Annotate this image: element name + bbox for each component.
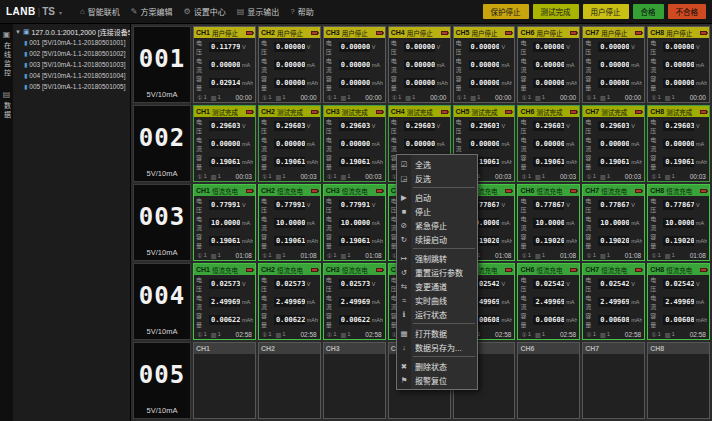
channel-card[interactable]: CH6 (517, 342, 580, 419)
channel-card[interactable]: CH8测试完成电压0.29603V电流0.00000mA容量0.19061mAh… (647, 105, 710, 182)
channel-card[interactable]: CH8用户停止电压0.00000V电流0.00000mA容量0.00000mAh… (647, 26, 710, 103)
channel-card[interactable]: CH8 (647, 342, 710, 419)
channel-card[interactable]: CH2测试完成电压0.29603V电流0.00000mA容量0.19061mAh… (258, 105, 321, 182)
realtime-curve-menu-item[interactable]: ≈实时曲线 (397, 293, 477, 307)
channel-card[interactable]: CH8恒流充电电压0.77867V电流10.0000mA容量0.19020mAh… (647, 184, 710, 261)
tree-item-device[interactable]: ▮003 [5V/10mA-1.1-20180501003] (15, 59, 128, 70)
stop-menu-item[interactable]: ■停止 (397, 204, 477, 218)
channel-card[interactable]: CH6测试完成电压0.29603V电流0.00000mA容量0.19061mAh… (517, 105, 580, 182)
channel-card[interactable]: CH7恒流充电电压0.02542V电流2.49969mA容量0.00608mAh… (582, 263, 645, 340)
channel-card[interactable]: CH1用户停止电压0.11779V电流0.00000mA容量0.02914mAh… (193, 26, 256, 103)
channel-card[interactable]: CH3测试完成电压0.29603V电流0.00000mA容量0.19061mAh… (323, 105, 386, 182)
value-unit: mAh (631, 317, 642, 323)
emergency-stop-menu-item[interactable]: ⊘紧急停止 (397, 218, 477, 232)
channel-card[interactable]: CH2 (258, 342, 321, 419)
tree-item-device[interactable]: ▮004 [5V/10mA-1.1-20180501004] (15, 70, 128, 81)
value-row: 容量0.19061mAh (326, 153, 383, 171)
channel-card[interactable]: CH6用户停止电压0.00000V电流0.00000mA容量0.00000mAh… (517, 26, 580, 103)
tree-item-device[interactable]: ▮001 [5V/10mA-1.1-20180501001] (15, 37, 128, 48)
reset-run-params-icon: ↺ (397, 268, 411, 277)
force-jump-menu-item[interactable]: ↦强制跳转 (397, 251, 477, 265)
channel-card[interactable]: CH3 (323, 342, 386, 419)
reset-run-params-menu-item[interactable]: ↺重置运行参数 (397, 265, 477, 279)
menu-item-display-output[interactable]: ▤显示输出 (237, 6, 280, 17)
channel-card[interactable]: CH3恒流充电电压0.02573V电流2.49969mA容量0.00622mAh… (323, 263, 386, 340)
resume-start-menu-item[interactable]: ↻续接启动 (397, 232, 477, 246)
channel-card[interactable]: CH2恒流充电电压0.02573V电流2.49969mA容量0.00622mAh… (258, 263, 321, 340)
value-row: 电压0.77991V (261, 196, 318, 214)
channel-card[interactable]: CH2用户停止电压0.00000V电流0.00000mA容量0.00000mAh… (258, 26, 321, 103)
device-tile[interactable]: 0025V/10mA (133, 105, 191, 182)
menu-item-settings-center[interactable]: ⚙设置中心 (183, 6, 225, 17)
device-tile[interactable]: 0055V/10mA (133, 342, 191, 419)
channel-card[interactable]: CH6恒流充电电压0.77867V电流10.0000mA容量0.19020mAh… (517, 184, 580, 261)
device-tile[interactable]: 0045V/10mA (133, 263, 191, 340)
cycle-value: 1 (203, 94, 206, 100)
alarm-reset-menu-item[interactable]: ⚑报警复位 (397, 373, 477, 387)
channel-card[interactable]: CH6恒流充电电压0.02542V电流2.49969mA容量0.00608mAh… (517, 263, 580, 340)
channel-name: CH4 (391, 29, 405, 36)
channel-card[interactable]: CH8恒流充电电压0.02542V电流2.49969mA容量0.00608mAh… (647, 263, 710, 340)
device-tile[interactable]: 0035V/10mA (133, 184, 191, 261)
run-status-menu-item[interactable]: ℹ运行状态 (397, 307, 477, 321)
menu-item-plan-edit[interactable]: ✎方案编辑 (131, 6, 173, 17)
capacity-value: 0.00000 (533, 78, 564, 88)
menu-item-help[interactable]: ?帮助 (290, 6, 313, 17)
elapsed-time: 00:03 (560, 173, 576, 180)
channel-card[interactable]: CH5用户停止电压0.00000V电流0.00000mA容量0.00000mAh… (453, 26, 516, 103)
value-row: 电压0.00000V (520, 38, 577, 56)
select-all-menu-item[interactable]: ☑全选 (397, 157, 477, 171)
value-unit: V (307, 281, 318, 287)
app-logo: LANB | TS ▾ (6, 6, 62, 17)
invert-selection-icon: ◲ (397, 174, 411, 183)
channel-name: CH2 (261, 345, 275, 352)
channel-footer: ①1▥100:00 (583, 92, 644, 102)
rail-tab-online-monitor[interactable]: ▣在线监控 (2, 30, 12, 78)
channel-footer: ①1▥100:00 (324, 92, 385, 102)
channel-card[interactable]: CH1恒流充电电压0.77991V电流10.0000mA容量0.19061mAh… (193, 184, 256, 261)
menubar: ⌂智能联机✎方案编辑⚙设置中心▤显示输出?帮助 (80, 6, 314, 17)
channel-card[interactable]: CH7用户停止电压0.00000V电流0.00000mA容量0.00000mAh… (582, 26, 645, 103)
channel-card[interactable]: CH1 (193, 342, 256, 419)
stop-icon: ■ (397, 207, 411, 216)
channel-card[interactable]: CH4用户停止电压0.00000V电流0.00000mA容量0.00000mAh… (388, 26, 451, 103)
menu-item-smart-connect[interactable]: ⌂智能联机 (80, 6, 120, 17)
tree-item-device[interactable]: ▮005 [5V/10mA-1.1-20180501005] (15, 81, 128, 92)
rail-tab-data[interactable]: ▤数据 (2, 90, 12, 120)
tree-root[interactable]: ▼ ▣ 127.0.0.1:2001,2000 [连接设备5 台] (15, 27, 128, 37)
step-icon: ▥ (665, 252, 671, 259)
data-icon: ▤ (3, 90, 11, 99)
channel-card[interactable]: CH3恒流充电电压0.77991V电流10.0000mA容量0.19061mAh… (323, 184, 386, 261)
channel-card[interactable]: CH7 (582, 342, 645, 419)
value-unit: mA (696, 299, 707, 305)
channel-values: 电压0.00000V电流0.00000mA容量0.00000mAh (518, 38, 579, 92)
invert-selection-menu-item[interactable]: ◲反选 (397, 171, 477, 185)
run-status-icon: ℹ (397, 310, 411, 319)
channel-card[interactable]: CH7恒流充电电压0.77867V电流10.0000mA容量0.19020mAh… (582, 184, 645, 261)
open-data-menu-item[interactable]: ▦打开数据 (397, 326, 477, 340)
value-label: 电压 (585, 117, 596, 135)
channel-card[interactable]: CH3用户停止电压0.00000V电流0.00000mA容量0.00000mAh… (323, 26, 386, 103)
logo-caret-icon[interactable]: ▾ (59, 9, 62, 16)
value-row: 电流0.00000mA (261, 135, 318, 153)
change-channel-menu-item[interactable]: ⇆变更通道 (397, 279, 477, 293)
cycle-value: 1 (398, 94, 401, 100)
channel-card-header: CH8恒流充电 (648, 185, 709, 196)
value-row: 电压0.00000V (391, 38, 448, 56)
channel-card[interactable]: CH1测试完成电压0.29603V电流0.00000mA容量0.19061mAh… (193, 105, 256, 182)
battery-icon (311, 31, 318, 35)
channel-footer: ①1▥100:00 (518, 92, 579, 102)
channel-card[interactable]: CH2恒流充电电压0.77991V电流10.0000mA容量0.19061mAh… (258, 184, 321, 261)
value-row: 电压0.02573V (196, 275, 253, 293)
tree-collapse-icon[interactable]: ▼ (15, 29, 21, 35)
save-data-as-menu-item[interactable]: ↓数据另存为... (397, 340, 477, 354)
start-menu-item[interactable]: ▶启动 (397, 190, 477, 204)
channel-name: CH5 (456, 29, 470, 36)
device-tile[interactable]: 0015V/10mA (133, 26, 191, 103)
channel-card[interactable]: CH7测试完成电压0.29603V电流0.00000mA容量0.19061mAh… (582, 105, 645, 182)
cycle-counter: ①1 (197, 173, 207, 180)
menu-item-label: 方案编辑 (140, 6, 172, 17)
tree-item-device[interactable]: ▮002 [5V/10mA-1.1-20180501002] (15, 48, 128, 59)
delete-status-menu-item[interactable]: ✖删除状态 (397, 359, 477, 373)
channel-card[interactable]: CH1恒流充电电压0.02573V电流2.49969mA容量0.00622mAh… (193, 263, 256, 340)
